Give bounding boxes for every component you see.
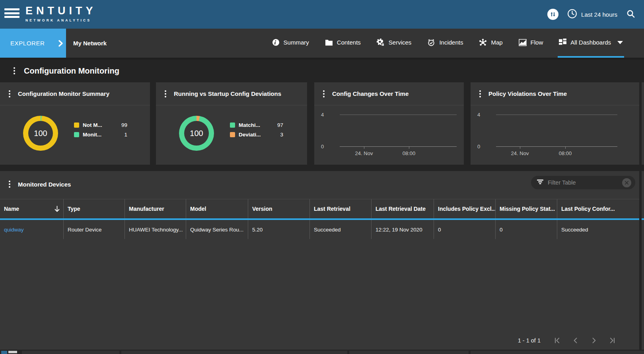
column-header-label: Includes Policy Excl...	[438, 206, 496, 212]
dashboards-grid-icon	[559, 39, 566, 46]
last-page-icon[interactable]	[608, 336, 616, 344]
panel-menu-icon[interactable]	[6, 179, 13, 189]
clock-icon	[567, 9, 577, 20]
tab-summary[interactable]: Summary	[271, 29, 310, 58]
time-chart: 4 0 24. Nov 08:00	[314, 105, 464, 164]
column-header-last-retrieval-date[interactable]: Last Retrieval Date	[372, 199, 434, 218]
column-header-label: Manufacturer	[129, 206, 164, 212]
first-page-icon[interactable]	[553, 336, 561, 344]
services-gear-icon: s	[377, 39, 385, 47]
context-my-network[interactable]: My Network	[73, 29, 107, 58]
panel-menu-icon[interactable]	[477, 89, 483, 99]
panel-title: Configuration Monitor Summary	[18, 90, 109, 97]
column-header-includes-policy-excl[interactable]: Includes Policy Excl...	[434, 199, 496, 218]
filter-icon	[537, 179, 544, 187]
tab-flow[interactable]: Flow	[518, 29, 545, 58]
flow-chart-icon	[519, 39, 527, 46]
donut-chart: 100	[23, 116, 58, 151]
tab-label: Contents	[337, 39, 361, 46]
y-tick-label: 4	[477, 112, 480, 118]
logo-subtitle: NETWORK ANALYTICS	[25, 18, 97, 22]
chevron-down-icon	[617, 41, 623, 44]
legend-item[interactable]: Not M...99	[74, 122, 127, 128]
panel-title: Monitored Devices	[18, 181, 71, 188]
tab-label: Incidents	[439, 39, 463, 46]
legend-value: 1	[111, 132, 127, 138]
column-header-label: Version	[252, 206, 272, 212]
donut-center-value: 100	[34, 129, 47, 138]
explorer-label: EXPLORER	[10, 40, 45, 47]
page-title: Configuration Monitoring	[24, 66, 119, 76]
sort-descending-icon[interactable]	[54, 206, 60, 212]
legend-label: Monit...	[83, 132, 111, 138]
legend-item[interactable]: Deviati...3	[230, 132, 283, 138]
column-header-label: Name	[4, 206, 19, 212]
table-row[interactable]: quidwayRouter DeviceHUAWEI Technology...…	[0, 220, 639, 239]
time-range-selector[interactable]: Last 24 hours	[567, 9, 617, 20]
cell: 12:22, 19 Nov 2020	[372, 220, 434, 239]
search-icon[interactable]	[626, 9, 635, 20]
panel-config-changes-over-time: Config Changes Over Time 4 0 24. Nov 08:…	[314, 82, 464, 165]
panel-menu-icon[interactable]	[321, 89, 327, 99]
clear-filter-icon[interactable]	[622, 178, 631, 187]
tab-all-dashboards[interactable]: All Dashboards	[558, 29, 624, 58]
panel-title: Running vs Startup Config Deviations	[174, 90, 281, 97]
legend-label: Matchi...	[239, 122, 267, 128]
panel-title: Policy Violations Over Time	[488, 90, 567, 97]
navigation-bar: EXPLORER My Network SummaryContentssServ…	[0, 29, 644, 58]
chevron-right-icon	[57, 40, 64, 47]
swap-vertical-icon[interactable]	[547, 9, 558, 20]
column-header-manufacturer[interactable]: Manufacturer	[125, 199, 186, 218]
panel-title: Config Changes Over Time	[332, 90, 409, 97]
legend-value: 97	[267, 122, 283, 128]
panel-menu-icon[interactable]	[162, 89, 169, 99]
cell: 0	[434, 220, 496, 239]
legend-label: Not M...	[83, 122, 111, 128]
next-page-icon[interactable]	[590, 336, 598, 344]
x-tick-label: 24. Nov	[355, 150, 373, 156]
nav-tabs: SummaryContentssServicesIncidentsMapFlow…	[271, 29, 624, 58]
tab-label: Services	[389, 39, 412, 46]
column-header-type[interactable]: Type	[64, 199, 125, 218]
tab-services[interactable]: sServices	[376, 29, 413, 58]
legend-item[interactable]: Monit...1	[74, 132, 127, 138]
cell: 0	[496, 220, 557, 239]
y-tick-label: 0	[321, 144, 324, 150]
time-range-label: Last 24 hours	[581, 11, 617, 18]
device-link[interactable]: quidway	[0, 220, 64, 239]
column-header-label: Last Retrieval	[314, 206, 350, 212]
tab-incidents[interactable]: Incidents	[426, 29, 464, 58]
top-header-bar: ENTUITY NETWORK ANALYTICS Last 24 hours	[0, 0, 644, 29]
panel-menu-icon[interactable]	[6, 89, 13, 99]
dashboard-menu-icon[interactable]	[11, 66, 18, 76]
legend-item[interactable]: Matchi...97	[230, 122, 283, 128]
column-header-label: Last Retrieval Date	[376, 206, 426, 212]
column-header-version[interactable]: Version	[248, 199, 310, 218]
panel-policy-violations-over-time: Policy Violations Over Time 4 0 24. Nov …	[471, 82, 639, 165]
column-header-label: Model	[190, 206, 206, 212]
explorer-button[interactable]: EXPLORER	[0, 29, 66, 58]
cell: Quidway Series Rou...	[186, 220, 248, 239]
column-header-model[interactable]: Model	[186, 199, 248, 218]
pagination-label: 1 - 1 of 1	[518, 337, 541, 344]
filter-table-input[interactable]	[548, 179, 622, 186]
panel-config-monitor-summary: Configuration Monitor Summary 100 Not M.…	[0, 82, 150, 165]
hamburger-menu-icon[interactable]	[4, 8, 19, 20]
column-header-name[interactable]: Name	[0, 199, 64, 218]
column-header-missing-policy-stat[interactable]: Missing Policy Stat...	[496, 199, 557, 218]
folder-icon	[325, 39, 333, 46]
column-header-label: Last Policy Confor...	[561, 206, 615, 212]
prev-page-icon[interactable]	[572, 336, 580, 344]
panel-monitored-devices: Monitored Devices NameTypeManufacturerMo…	[0, 171, 639, 350]
map-nodes-icon	[479, 39, 487, 47]
tab-label: Map	[491, 39, 502, 46]
chart-legend: Matchi...97Deviati...3	[230, 122, 283, 138]
x-tick-label: 24. Nov	[511, 150, 529, 156]
tab-map[interactable]: Map	[478, 29, 504, 58]
column-header-label: Type	[68, 206, 80, 212]
column-header-last-retrieval[interactable]: Last Retrieval	[310, 199, 372, 218]
cell: 5.20	[248, 220, 310, 239]
y-tick-label: 4	[321, 112, 324, 118]
tab-contents[interactable]: Contents	[324, 29, 362, 58]
column-header-last-policy-confor[interactable]: Last Policy Confor...	[557, 199, 639, 218]
